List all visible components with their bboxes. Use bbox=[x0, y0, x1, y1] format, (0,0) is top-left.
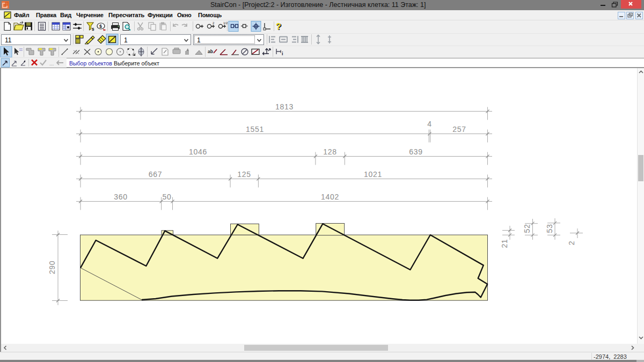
svg-text:i: i bbox=[282, 51, 283, 56]
svg-text:$: $ bbox=[92, 27, 94, 32]
svg-text:ab: ab bbox=[208, 49, 213, 54]
svg-text:?: ? bbox=[276, 22, 281, 31]
svg-text:2: 2 bbox=[213, 21, 215, 25]
svg-text:1/2: 1/2 bbox=[223, 21, 228, 25]
svg-text:$: $ bbox=[99, 24, 102, 29]
svg-text:...: ... bbox=[49, 61, 54, 67]
